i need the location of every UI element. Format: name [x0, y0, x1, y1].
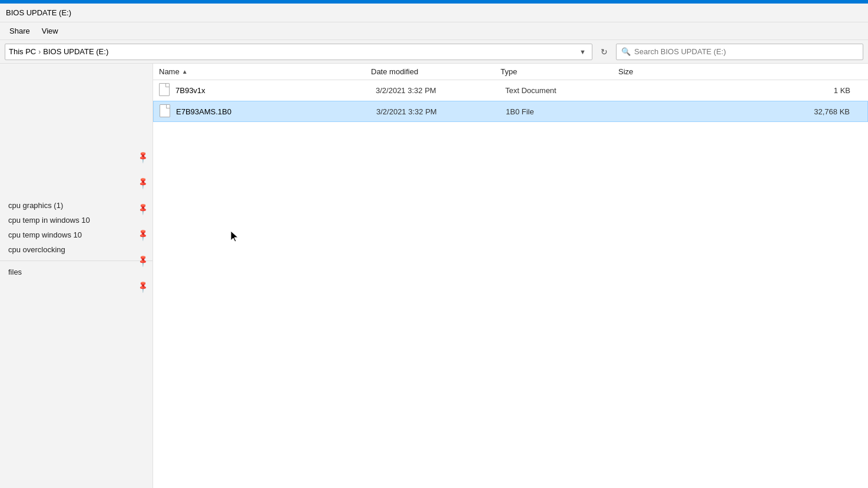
file-date-1: 3/2/2021 3:32 PM — [376, 86, 505, 95]
pin-icons-column: 📌 📌 📌 📌 📌 📌 — [138, 152, 148, 291]
breadcrumb-current: BIOS UPDATE (E:) — [43, 47, 108, 56]
address-bar: This PC › BIOS UPDATE (E:) ▼ ↻ 🔍 — [0, 40, 868, 64]
breadcrumb-dropdown-arrow[interactable]: ▼ — [577, 47, 588, 57]
pin-icon-2[interactable]: 📌 — [136, 176, 150, 189]
col-header-size[interactable]: Size — [618, 67, 862, 76]
sidebar-item-files[interactable]: files — [0, 265, 153, 279]
content-area: Name ▲ Date modified Type Size 7B93v1x 3… — [153, 64, 868, 488]
column-headers: Name ▲ Date modified Type Size — [153, 64, 868, 80]
file-size-1: 1 KB — [623, 86, 862, 95]
pin-icon-4[interactable]: 📌 — [136, 227, 150, 241]
sidebar-item-cpu-temp-windows10[interactable]: cpu temp windows 10 — [0, 227, 153, 242]
sidebar-item-cpu-temp-win10[interactable]: cpu temp in windows 10 — [0, 213, 153, 227]
file-name-2: E7B93AMS.1B0 — [176, 107, 376, 116]
breadcrumb-root: This PC — [9, 47, 36, 56]
pin-icon-6[interactable]: 📌 — [136, 279, 150, 293]
pin-icon-3[interactable]: 📌 — [136, 202, 150, 215]
search-icon: 🔍 — [621, 47, 631, 56]
menu-share[interactable]: Share — [5, 24, 35, 38]
file-row-1[interactable]: 7B93v1x 3/2/2021 3:32 PM Text Document 1… — [153, 80, 868, 101]
search-input[interactable] — [634, 47, 858, 56]
window-title-bar: BIOS UPDATE (E:) — [0, 4, 868, 22]
file-name-1: 7B93v1x — [175, 86, 376, 95]
col-header-date[interactable]: Date modified — [371, 67, 501, 76]
search-container[interactable]: 🔍 — [616, 44, 863, 60]
file-type-2: 1B0 File — [506, 107, 624, 116]
sidebar: 📌 📌 📌 📌 📌 📌 cpu graphics (1) cpu temp in… — [0, 64, 153, 488]
menu-bar: Share View — [0, 22, 868, 40]
sidebar-divider — [0, 261, 153, 261]
sidebar-item-overclocking[interactable]: cpu overclocking — [0, 242, 153, 257]
sidebar-item-graphics[interactable]: cpu graphics (1) — [0, 198, 153, 213]
file-type-1: Text Document — [505, 86, 623, 95]
col-header-type[interactable]: Type — [501, 67, 618, 76]
breadcrumb-sep: › — [38, 48, 41, 56]
file-icon-2 — [160, 104, 171, 118]
col-header-name[interactable]: Name ▲ — [159, 67, 371, 76]
sort-arrow-name: ▲ — [182, 68, 188, 75]
breadcrumb-container[interactable]: This PC › BIOS UPDATE (E:) ▼ — [5, 44, 592, 60]
file-icon-1 — [159, 83, 171, 97]
file-row-2[interactable]: E7B93AMS.1B0 3/2/2021 3:32 PM 1B0 File 3… — [153, 101, 868, 122]
pin-icon-5[interactable]: 📌 — [136, 253, 150, 267]
pin-icon-1[interactable]: 📌 — [136, 150, 150, 163]
menu-view[interactable]: View — [37, 24, 63, 38]
file-date-2: 3/2/2021 3:32 PM — [376, 107, 506, 116]
main-layout: 📌 📌 📌 📌 📌 📌 cpu graphics (1) cpu temp in… — [0, 64, 868, 488]
file-size-2: 32,768 KB — [624, 107, 862, 116]
window-title: BIOS UPDATE (E:) — [6, 8, 71, 17]
refresh-button[interactable]: ↻ — [596, 44, 612, 60]
